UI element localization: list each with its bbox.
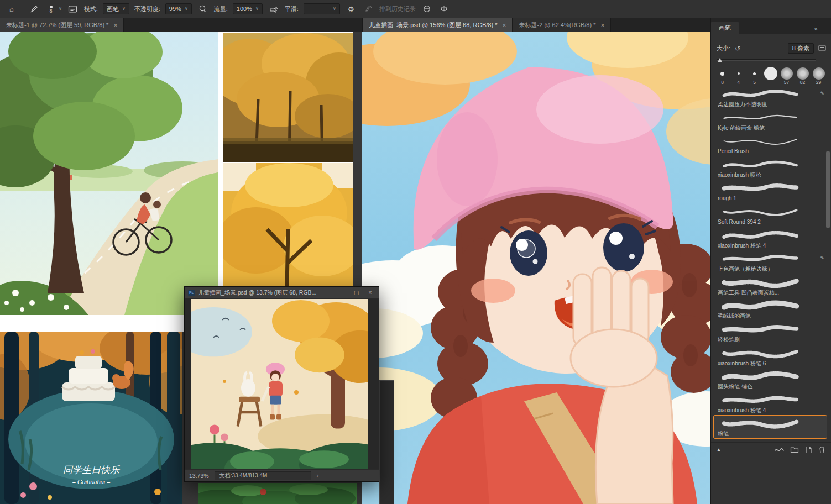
panel-header: 画笔 » ≡: [711, 18, 831, 34]
brush-pressure-badge-icon: ✎: [820, 91, 824, 96]
toggle-stroke-preview-icon[interactable]: [774, 446, 784, 454]
brush-preset-thumbnail: [797, 67, 809, 80]
main-document-canvas[interactable]: [362, 32, 710, 504]
delete-brush-icon[interactable]: [818, 446, 825, 454]
tab-close-icon[interactable]: ×: [502, 22, 506, 29]
panel-scrollbar[interactable]: [826, 151, 830, 228]
floating-window-titlebar[interactable]: Ps 儿童插画_场景.psd @ 13.7% (图层 68, RGB... — …: [185, 287, 379, 299]
brush-item[interactable]: xiaoxinbrush 粉笔 6: [713, 345, 827, 369]
brush-item[interactable]: xiaoxinbrush 喷枪: [713, 156, 827, 180]
brush-item[interactable]: Soft Round 394 2: [713, 203, 827, 227]
panel-menu-icon[interactable]: ≡: [823, 25, 827, 32]
pressure-opacity-icon[interactable]: [197, 3, 209, 15]
brush-item-label: Pencil Brush: [718, 148, 823, 155]
brush-item[interactable]: Kyle 的绘画盒 铅笔: [713, 109, 827, 133]
brush-preset-thumbnail: [753, 72, 756, 75]
brush-item[interactable]: 粉笔: [713, 415, 827, 439]
brush-item[interactable]: 上色画笔（粗糙边缘） ✎: [713, 250, 827, 274]
brush-item-label: 画笔工具 凹凸表面炭精...: [718, 289, 823, 296]
brush-preset-size: 82: [800, 80, 805, 85]
brush-preset-picker[interactable]: 8 ∨: [45, 4, 62, 14]
tab-close-icon[interactable]: ×: [113, 22, 117, 29]
brush-preset-item[interactable]: [762, 67, 778, 85]
brush-item-label: xiaoxinbrush 粉笔 4: [718, 242, 823, 249]
chevron-down-icon: ∨: [255, 7, 259, 11]
chevron-down-icon: ∨: [185, 7, 188, 11]
opacity-select[interactable]: 99% ∨: [165, 3, 192, 14]
brush-preset-item[interactable]: 8: [714, 67, 730, 85]
brush-item-label: 粉笔: [718, 430, 823, 437]
forest-caption-text-2: = Guihuahui =: [72, 479, 111, 485]
brush-size-label: 大小:: [717, 44, 730, 53]
brush-preset-item[interactable]: 57: [778, 67, 795, 85]
airbrush-icon[interactable]: [268, 3, 280, 15]
new-brush-icon[interactable]: [805, 446, 812, 454]
tab-untitled-2[interactable]: 未标题-2 @ 62.4%(RGB/8) * ×: [513, 18, 611, 32]
panel-bottom-bar: ▲: [711, 442, 831, 456]
brush-item-label: Soft Round 394 2: [718, 218, 823, 225]
new-group-folder-icon[interactable]: [790, 446, 799, 453]
slider-thumb[interactable]: [718, 58, 722, 62]
brush-item-label: 圆头粉笔-铺色: [718, 383, 823, 390]
brush-size-value[interactable]: 8 像素: [788, 43, 814, 54]
brush-preset-item[interactable]: 82: [795, 67, 811, 85]
brush-preset-item[interactable]: 5: [746, 67, 762, 85]
background-window-edge: [379, 380, 394, 504]
brush-item[interactable]: xiaoxinbrush 粉笔 4: [713, 392, 827, 416]
tab-scene-psd[interactable]: 儿童插画_场景.psd @ 156% (图层 68, RGB/8) * ×: [363, 18, 513, 32]
floating-window-canvas[interactable]: [185, 299, 379, 469]
brush-item[interactable]: 柔边圆压力不透明度 ✎: [713, 86, 827, 109]
floating-window-statusbar: 13.73% 文档:33.4M/813.4M ›: [185, 469, 379, 481]
brush-item[interactable]: 毛绒绒的画笔: [713, 297, 827, 321]
home-icon[interactable]: ⌂: [6, 3, 18, 15]
brushes-panel-title: 画笔: [719, 24, 731, 32]
brush-preset-item[interactable]: 4: [730, 67, 746, 85]
brush-item[interactable]: 画笔工具 凹凸表面炭精...: [713, 274, 827, 298]
tab-label: 未标题-1 @ 72.7% (图层 59, RGB/8) *: [6, 21, 108, 29]
preview-slider-marker-icon[interactable]: ▲: [717, 447, 721, 452]
close-icon[interactable]: ×: [365, 290, 375, 296]
tab-untitled-1[interactable]: 未标题-1 @ 72.7% (图层 59, RGB/8) * ×: [0, 18, 124, 32]
mode-select[interactable]: 画笔 ∨: [103, 3, 129, 14]
options-toolbar: ⌂ 8 ∨ 模式: 画笔 ∨ 不透明度: 99% ∨ 流量:: [0, 0, 831, 18]
paint-symmetry-icon[interactable]: [438, 3, 450, 15]
smoothing-label: 平滑:: [285, 5, 299, 13]
chevron-down-icon: ∨: [59, 7, 62, 11]
brush-tool-icon[interactable]: [28, 3, 40, 15]
brush-item[interactable]: 轻松笔刷: [713, 321, 827, 345]
forest-birthday-illustration: 同学生日快乐 = Guihuahui =: [0, 332, 182, 504]
flow-value: 100%: [237, 6, 252, 12]
brush-item[interactable]: Pencil Brush: [713, 133, 827, 156]
brush-preset-size: 4: [737, 80, 740, 85]
minimize-icon[interactable]: —: [337, 290, 348, 296]
brush-preset-size: 5: [753, 80, 756, 85]
smoothing-input[interactable]: ∨: [304, 3, 340, 14]
brush-angle-icon[interactable]: [421, 3, 433, 15]
document-tab-bar-right: 儿童插画_场景.psd @ 156% (图层 68, RGB/8) * × 未标…: [362, 18, 710, 32]
brush-preset-thumbnail: [813, 67, 825, 80]
brush-item-label: rough 1: [718, 195, 823, 202]
collapse-panel-icon[interactable]: »: [814, 25, 817, 32]
flow-select[interactable]: 100% ∨: [233, 3, 263, 14]
forest-caption-text: 同学生日快乐: [63, 465, 120, 475]
toggle-brush-settings-panel-icon[interactable]: [67, 3, 79, 15]
brush-preset-thumbnail: [781, 67, 793, 80]
zoom-percent[interactable]: 13.73%: [189, 473, 209, 479]
status-chevron-icon[interactable]: ›: [317, 473, 318, 479]
brush-item[interactable]: rough 1: [713, 180, 827, 203]
tab-close-icon[interactable]: ×: [600, 22, 604, 29]
brushes-panel: 画笔 » ≡ 大小: ↺ 8 像素 8 4 5: [710, 18, 831, 504]
brush-item[interactable]: xiaoxinbrush 粉笔 4: [713, 227, 827, 251]
floating-document-window[interactable]: Ps 儿童插画_场景.psd @ 13.7% (图层 68, RGB... — …: [184, 286, 379, 482]
brush-item[interactable]: 圆头粉笔-铺色: [713, 368, 827, 392]
smoothing-options-gear-icon[interactable]: ⚙: [345, 3, 357, 15]
maximize-icon[interactable]: ▢: [351, 290, 362, 296]
brush-size-slider[interactable]: [717, 59, 816, 61]
reset-size-icon[interactable]: ↺: [735, 45, 740, 52]
brush-preset-thumbnail: [764, 67, 777, 80]
opacity-label: 不透明度:: [134, 5, 160, 13]
brushes-panel-tab[interactable]: 画笔: [711, 22, 739, 34]
brush-preset-item[interactable]: 29: [811, 67, 827, 85]
brush-settings-icon[interactable]: [818, 45, 826, 53]
brush-preset-thumbnail: [720, 72, 724, 76]
